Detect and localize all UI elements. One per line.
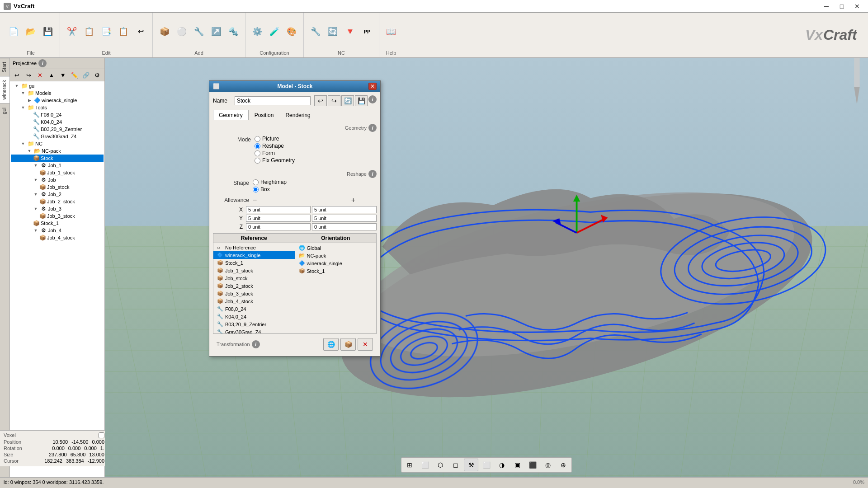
tree-item-job3[interactable]: ▼ ⚙ Job_3	[11, 205, 104, 212]
edit-cut-button[interactable]: ✂️	[64, 23, 80, 40]
tree-expand-gui[interactable]: ▼	[14, 84, 20, 88]
tree-down-button[interactable]: ▼	[58, 70, 68, 80]
mode-form-option[interactable]: Form	[255, 150, 295, 156]
ref-item-stock1[interactable]: 📦 Stock_1	[213, 259, 295, 267]
transform-box-button[interactable]: 📦	[340, 338, 356, 351]
tab-position[interactable]: Position	[249, 110, 280, 120]
name-refresh-button[interactable]: 🔄	[341, 95, 354, 106]
tree-delete-button[interactable]: ✕	[35, 70, 45, 80]
allowance-z-plus[interactable]	[312, 223, 377, 230]
allowance-z-minus[interactable]	[246, 223, 311, 230]
tree-item-nc-root[interactable]: ▼ 📁 NC	[11, 140, 104, 147]
allowance-x-plus[interactable]	[312, 206, 377, 213]
tree-item-gui[interactable]: ▼ 📁 gui	[11, 82, 104, 89]
minimize-button[interactable]: ─	[819, 2, 834, 11]
ref-item-winerack[interactable]: 🔷 winerack_single	[213, 251, 295, 259]
mode-reshape-option[interactable]: Reshape	[255, 143, 295, 149]
edit-clipboard-button[interactable]: 📋	[115, 23, 132, 40]
edit-undo-button[interactable]: ↩	[132, 23, 149, 40]
ref-item-f08[interactable]: 🔧 F08,0_24	[213, 305, 295, 313]
tree-item-B03[interactable]: 🔧 B03,20_9_Zentrier	[11, 126, 104, 133]
vp-model-button[interactable]: ⚒	[464, 459, 478, 471]
allowance-y-plus[interactable]	[312, 215, 377, 222]
viewport-3d[interactable]: ⬜ Model - Stock ✕ Name ↩ ↪ 🔄 💾 i	[105, 58, 868, 477]
edit-copy-button[interactable]: 📋	[81, 23, 97, 40]
nc-pp-button[interactable]: PP	[359, 23, 375, 40]
voxel-checkbox[interactable]	[99, 432, 104, 438]
close-button[interactable]: ✕	[850, 2, 864, 11]
name-undo-button[interactable]: ↩	[314, 95, 327, 106]
tree-up-button[interactable]: ▲	[46, 70, 57, 80]
tree-item-job2[interactable]: ▼ ⚙ Job_2	[11, 191, 104, 198]
tab-rendering[interactable]: Rendering	[279, 110, 316, 120]
name-save-button[interactable]: 💾	[355, 95, 368, 106]
nc-tool-button[interactable]: 🔧	[307, 23, 324, 40]
config-lab-button[interactable]: 🧪	[266, 23, 283, 40]
add-arrow-button[interactable]: ↗️	[208, 23, 224, 40]
tree-expand-tools[interactable]: ▼	[20, 105, 26, 110]
tab-start[interactable]: Start	[0, 58, 9, 76]
vp-wireframe-button[interactable]: ⬡	[433, 459, 448, 471]
name-input[interactable]	[235, 96, 311, 105]
ref-item-job2stock[interactable]: 📦 Job_2_stock	[213, 282, 295, 290]
tree-expand-models[interactable]: ▼	[20, 91, 26, 95]
tab-geometry[interactable]: Geometry	[213, 110, 249, 120]
transform-delete-button[interactable]: ✕	[358, 338, 373, 351]
tab-winerack[interactable]: winerack	[0, 76, 9, 103]
ref-item-job3stock[interactable]: 📦 Job_3_stock	[213, 290, 295, 297]
tree-item-job[interactable]: ▼ ⚙ Job	[11, 176, 104, 183]
vp-circle-button[interactable]: ◎	[541, 459, 555, 471]
ref-item-none[interactable]: ○ No Reference	[213, 244, 295, 251]
tree-item-job1-stock[interactable]: 📦 Job_1_stock	[11, 169, 104, 176]
help-book-button[interactable]: 📖	[383, 23, 399, 40]
tree-expand-job4[interactable]: ▼	[33, 228, 39, 233]
tree-item-F08[interactable]: 🔧 F08,0_24	[11, 111, 104, 118]
tree-config-button[interactable]: ⚙	[92, 70, 103, 80]
dialog-close-button[interactable]: ✕	[368, 83, 377, 90]
tree-item-nc-pack[interactable]: ▼ 📂 NC-pack	[11, 147, 104, 155]
transformation-info-button[interactable]: i	[252, 340, 260, 348]
file-save-button[interactable]: 💾	[40, 23, 56, 40]
shape-box-option[interactable]: Box	[253, 186, 287, 192]
tree-item-stock[interactable]: 📦 Stock	[11, 155, 104, 162]
ori-item-stock1[interactable]: 📦 Stock_1	[295, 267, 377, 275]
edit-paste-button[interactable]: 📑	[98, 23, 114, 40]
maximize-button[interactable]: □	[835, 2, 849, 11]
tree-item-winerack-single[interactable]: ▶ 🔷 winerack_single	[11, 97, 104, 104]
vp-half-button[interactable]: ◑	[495, 459, 509, 471]
reference-list[interactable]: ○ No Reference 🔷 winerack_single 📦 Stock…	[213, 243, 295, 333]
mode-picture-option[interactable]: Picture	[255, 136, 295, 142]
dialog-info-button[interactable]: i	[368, 95, 377, 103]
projecttree-info-button[interactable]: i	[38, 59, 47, 67]
ori-item-ncpack[interactable]: 📂 NC-pack	[295, 252, 377, 259]
orientation-list[interactable]: 🌐 Global 📂 NC-pack 🔷 winerack_single	[295, 243, 377, 276]
vp-plus-button[interactable]: ⊕	[556, 459, 571, 471]
tree-item-job4[interactable]: ▼ ⚙ Job_4	[11, 227, 104, 234]
nc-rotate-button[interactable]: 🔄	[325, 23, 341, 40]
config-settings-button[interactable]: ⚙️	[249, 23, 265, 40]
ref-item-k04[interactable]: 🔧 K04,0_24	[213, 313, 295, 320]
tree-redo-button[interactable]: ↪	[23, 70, 33, 80]
mode-fixgeo-option[interactable]: Fix Geometry	[255, 157, 295, 164]
tree-expand-winerack[interactable]: ▶	[26, 98, 33, 103]
ori-item-winerack[interactable]: 🔷 winerack_single	[295, 259, 377, 267]
add-tool-button[interactable]: 🔧	[191, 23, 207, 40]
tree-item-Grav[interactable]: 🔧 Grav30Grad_Z4	[11, 133, 104, 140]
reshape-info-button[interactable]: i	[368, 170, 377, 178]
add-gear-button[interactable]: 🔩	[225, 23, 241, 40]
ori-item-global[interactable]: 🌐 Global	[295, 244, 377, 252]
vp-box-button[interactable]: ⬜	[418, 459, 432, 471]
tree-item-job1[interactable]: ▼ ⚙ Job_1	[11, 162, 104, 169]
vp-grid-button[interactable]: ⊞	[402, 459, 417, 471]
vp-solid-button[interactable]: ⬛	[525, 459, 540, 471]
tree-expand-job[interactable]: ▼	[33, 178, 39, 182]
ref-item-b03[interactable]: 🔧 B03,20_9_Zentrier	[213, 320, 295, 328]
tree-content[interactable]: ▼ 📁 gui ▼ 📁 Models ▶ 🔷 winerack_single ▼	[10, 81, 104, 477]
tree-link-button[interactable]: 🔗	[80, 70, 91, 80]
vp-grid2-button[interactable]: ▣	[510, 459, 524, 471]
transform-globe-button[interactable]: 🌐	[323, 338, 339, 351]
name-redo-button[interactable]: ↪	[328, 95, 340, 106]
tree-expand-nc-root[interactable]: ▼	[20, 141, 26, 146]
allowance-x-minus[interactable]	[246, 206, 311, 213]
tree-item-job4-stock[interactable]: 📦 Job_4_stock	[11, 234, 104, 241]
